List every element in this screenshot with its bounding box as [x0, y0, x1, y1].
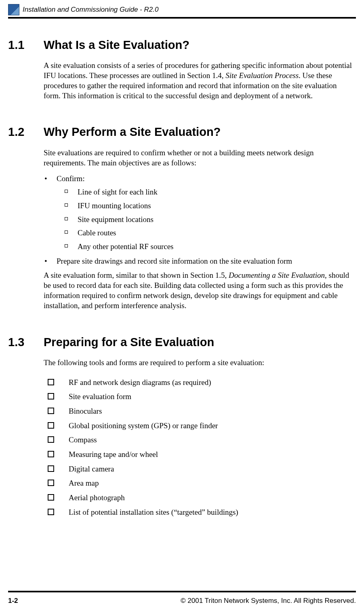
list-item: Site equipment locations	[57, 214, 353, 225]
checklist-item: Global positioning system (GPS) or range…	[44, 421, 353, 431]
checklist-item: List of potential installation sites (“t…	[44, 507, 353, 518]
page-header: Installation and Commissioning Guide - R…	[8, 4, 356, 16]
paragraph: The following tools and forms are requir…	[44, 357, 353, 368]
paragraph: A site evaluation form, similar to that …	[44, 270, 353, 311]
text-run: A site evaluation form, similar to that …	[44, 271, 229, 279]
section-title: Why Perform a Site Evaluation?	[44, 124, 221, 140]
page-footer: 1-2 © 2001 Triton Network Systems, Inc. …	[8, 591, 356, 606]
section-number: 1.1	[8, 37, 44, 53]
list-item: Cable routes	[57, 228, 353, 238]
checklist-item: Aerial photograph	[44, 493, 353, 503]
paragraph: A site evaluation consists of a series o…	[44, 60, 353, 101]
checklist-item: Compass	[44, 435, 353, 445]
checklist-item: Area map	[44, 478, 353, 488]
section-heading-1-3: 1.3 Preparing for a Site Evaluation	[8, 334, 353, 350]
section-heading-1-2: 1.2 Why Perform a Site Evaluation?	[8, 124, 353, 140]
section-title: Preparing for a Site Evaluation	[44, 334, 214, 350]
section-number: 1.3	[8, 334, 44, 350]
checklist-item: Digital camera	[44, 464, 353, 474]
list-item: Line of sight for each link	[57, 187, 353, 197]
checklist: RF and network design diagrams (as requi…	[44, 377, 353, 517]
paragraph: Site evaluations are required to confirm…	[44, 148, 353, 168]
list-item: IFU mounting locations	[57, 201, 353, 211]
list-item: Confirm: Line of sight for each link IFU…	[44, 173, 353, 252]
section-number: 1.2	[8, 124, 44, 140]
page-content: 1.1 What Is a Site Evaluation? A site ev…	[8, 19, 356, 517]
list-item: Any other potential RF sources	[57, 241, 353, 252]
list-item-text: Confirm:	[57, 174, 85, 183]
checklist-item: Binoculars	[44, 406, 353, 416]
text-run-italic: Site Evaluation Process	[225, 71, 299, 80]
copyright-text: © 2001 Triton Network Systems, Inc. All …	[181, 596, 356, 606]
footer-rule	[8, 591, 356, 592]
checklist-item: RF and network design diagrams (as requi…	[44, 377, 353, 388]
document-title: Installation and Commissioning Guide - R…	[23, 5, 158, 15]
checklist-item: Measuring tape and/or wheel	[44, 449, 353, 460]
checklist-item: Site evaluation form	[44, 391, 353, 402]
brand-logo-icon	[8, 4, 19, 15]
list-item: Prepare site drawings and record site in…	[44, 256, 353, 266]
section-title: What Is a Site Evaluation?	[44, 37, 189, 53]
bullet-list: Confirm: Line of sight for each link IFU…	[44, 173, 353, 266]
text-run-italic: Documenting a Site Evaluation	[229, 271, 325, 279]
section-heading-1-1: 1.1 What Is a Site Evaluation?	[8, 37, 353, 53]
sub-bullet-list: Line of sight for each link IFU mounting…	[57, 187, 353, 252]
page-number: 1-2	[8, 596, 18, 606]
